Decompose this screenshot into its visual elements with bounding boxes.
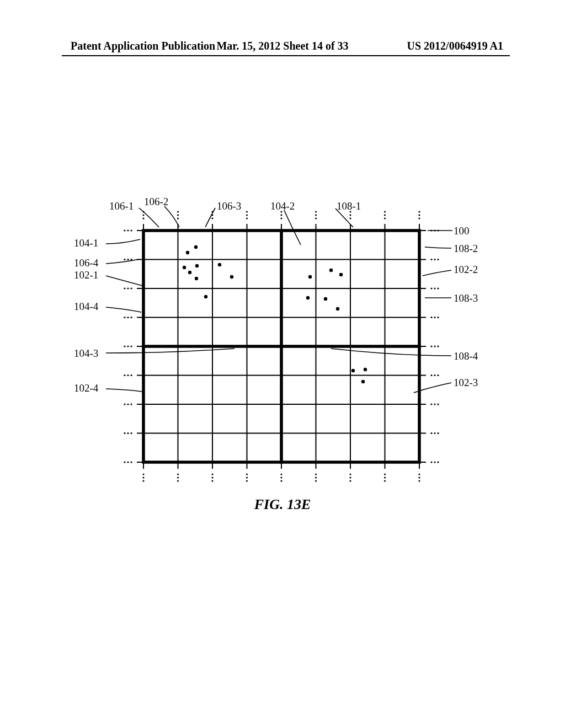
svg-point-104 xyxy=(437,461,439,463)
svg-point-173 xyxy=(336,307,339,311)
svg-point-130 xyxy=(418,214,420,216)
svg-point-100 xyxy=(434,432,435,434)
svg-point-115 xyxy=(246,214,248,216)
svg-point-90 xyxy=(430,345,432,347)
svg-point-146 xyxy=(280,480,282,481)
svg-point-165 xyxy=(218,263,221,266)
svg-point-163 xyxy=(195,264,199,267)
svg-point-75 xyxy=(124,461,125,463)
svg-point-168 xyxy=(308,275,312,279)
svg-point-54 xyxy=(124,259,125,260)
svg-point-145 xyxy=(280,477,282,478)
svg-point-70 xyxy=(127,403,129,405)
svg-point-76 xyxy=(127,461,129,463)
svg-point-118 xyxy=(280,214,282,216)
svg-point-55 xyxy=(127,259,129,260)
svg-point-143 xyxy=(246,480,248,481)
svg-point-97 xyxy=(434,403,435,405)
svg-point-91 xyxy=(434,345,435,347)
svg-point-103 xyxy=(434,461,435,463)
figure-13e: 106-1 106-2 106-3 104-2 108-1 100 104-1 … xyxy=(0,0,565,728)
svg-point-135 xyxy=(177,473,179,475)
svg-point-92 xyxy=(437,345,439,347)
svg-point-84 xyxy=(430,287,432,289)
svg-point-175 xyxy=(364,368,367,371)
svg-point-117 xyxy=(280,211,282,212)
svg-point-137 xyxy=(177,480,179,481)
svg-point-147 xyxy=(315,473,317,475)
svg-point-58 xyxy=(127,287,129,289)
svg-point-167 xyxy=(204,295,207,298)
svg-point-138 xyxy=(211,473,213,475)
svg-point-82 xyxy=(434,259,435,260)
svg-point-95 xyxy=(437,374,439,376)
svg-point-125 xyxy=(349,217,351,219)
svg-point-148 xyxy=(315,477,317,478)
svg-point-156 xyxy=(418,473,420,475)
svg-point-109 xyxy=(177,214,179,216)
svg-point-142 xyxy=(246,477,248,478)
svg-point-116 xyxy=(246,217,248,219)
svg-point-73 xyxy=(127,432,129,434)
svg-point-128 xyxy=(384,217,386,219)
figure-caption: FIG. 13E xyxy=(254,496,311,513)
svg-point-114 xyxy=(246,211,248,212)
svg-point-108 xyxy=(177,211,179,212)
svg-point-140 xyxy=(211,480,213,481)
svg-point-96 xyxy=(430,403,432,405)
svg-point-172 xyxy=(324,297,327,301)
svg-point-93 xyxy=(430,374,432,376)
svg-point-158 xyxy=(418,480,420,481)
svg-point-157 xyxy=(418,477,420,478)
svg-point-102 xyxy=(430,461,432,463)
svg-point-122 xyxy=(315,217,317,219)
svg-point-144 xyxy=(280,473,282,475)
svg-point-170 xyxy=(339,273,343,276)
svg-point-57 xyxy=(124,287,125,289)
svg-point-164 xyxy=(195,277,198,280)
svg-point-176 xyxy=(361,380,365,383)
svg-point-155 xyxy=(384,480,386,481)
svg-point-169 xyxy=(329,269,333,272)
svg-point-126 xyxy=(384,211,386,212)
svg-point-174 xyxy=(351,369,355,372)
svg-point-66 xyxy=(124,374,125,376)
svg-point-60 xyxy=(124,317,125,318)
svg-point-71 xyxy=(130,403,132,405)
svg-point-81 xyxy=(430,259,432,260)
svg-point-150 xyxy=(349,473,351,475)
svg-point-69 xyxy=(124,403,125,405)
svg-point-68 xyxy=(130,374,132,376)
svg-point-89 xyxy=(437,317,439,318)
svg-point-120 xyxy=(315,211,317,212)
svg-point-141 xyxy=(246,473,248,475)
svg-point-154 xyxy=(384,477,386,478)
svg-point-86 xyxy=(437,287,439,289)
svg-point-124 xyxy=(349,214,351,216)
figure-svg xyxy=(0,0,565,728)
svg-point-59 xyxy=(130,287,132,289)
svg-point-131 xyxy=(418,217,420,219)
svg-point-98 xyxy=(437,403,439,405)
svg-point-74 xyxy=(130,432,132,434)
svg-point-64 xyxy=(127,345,129,347)
svg-point-53 xyxy=(130,229,132,231)
svg-point-133 xyxy=(142,477,144,478)
svg-point-51 xyxy=(124,229,125,231)
svg-point-67 xyxy=(127,374,129,376)
svg-point-149 xyxy=(315,480,317,481)
svg-point-65 xyxy=(130,345,132,347)
svg-point-153 xyxy=(384,473,386,475)
svg-point-106 xyxy=(142,214,144,216)
svg-point-132 xyxy=(142,473,144,475)
svg-point-88 xyxy=(434,317,435,318)
svg-point-52 xyxy=(127,229,129,231)
svg-point-72 xyxy=(124,432,125,434)
svg-point-61 xyxy=(127,317,129,318)
svg-point-166 xyxy=(230,275,233,279)
svg-point-77 xyxy=(130,461,132,463)
svg-point-62 xyxy=(130,317,132,318)
svg-point-134 xyxy=(142,480,144,481)
svg-point-152 xyxy=(349,480,351,481)
svg-point-136 xyxy=(177,477,179,478)
